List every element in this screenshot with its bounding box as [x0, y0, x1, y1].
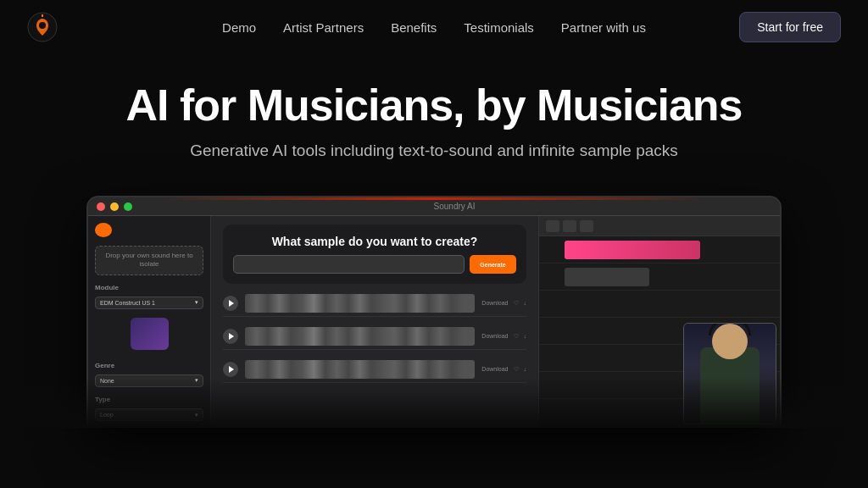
daw-track-2 [539, 263, 780, 291]
nav-testimonials[interactable]: Testimonials [464, 20, 534, 35]
module-value: EDM Construct US 1 [100, 300, 155, 306]
sample-actions-2: Download ♡ ↓ [481, 333, 526, 340]
save-icon-1[interactable]: ↓ [524, 300, 527, 307]
type-select[interactable]: Loop ▾ [95, 408, 203, 421]
window-maximize-dot [124, 202, 132, 211]
play-button-1[interactable] [223, 296, 238, 311]
like-icon-1[interactable]: ♡ [514, 300, 519, 307]
person-headphones [709, 323, 751, 336]
like-icon-3[interactable]: ♡ [514, 366, 519, 373]
nav-artist-partners[interactable]: Artist Partners [283, 20, 364, 35]
window-title: Soundry AI [434, 202, 476, 211]
app-sidebar: Drop your own sound here to isolate Modu… [88, 216, 211, 428]
sample-row-1: Download ♡ ↓ [223, 291, 526, 317]
drop-zone[interactable]: Drop your own sound here to isolate [95, 246, 203, 275]
save-icon-2[interactable]: ↓ [524, 333, 527, 340]
person-silhouette [684, 324, 776, 424]
genre-select[interactable]: None ▾ [95, 374, 203, 387]
laptop-frame: Soundry AI Drop your own sound here to i… [86, 196, 782, 428]
download-label-1[interactable]: Download [481, 300, 508, 307]
save-icon-3[interactable]: ↓ [524, 366, 527, 373]
daw-track-3 [539, 291, 780, 318]
hero-subheadline: Generative AI tools including text-to-so… [17, 141, 851, 160]
window-close-dot [97, 202, 105, 211]
window-minimize-dot [110, 202, 119, 211]
type-value: Loop [100, 412, 114, 418]
module-label: Module [95, 284, 203, 291]
genre-label: Genre [95, 362, 203, 369]
type-label: Type [95, 396, 203, 403]
sample-row-2: Download ♡ ↓ [223, 324, 526, 350]
app-content-area: Drop your own sound here to isolate Modu… [88, 216, 780, 428]
waveform-2 [245, 327, 475, 346]
play-button-3[interactable] [223, 362, 238, 377]
svg-point-1 [39, 22, 46, 29]
generate-button[interactable]: Generate [470, 255, 516, 274]
play-button-2[interactable] [223, 329, 238, 344]
prompt-title: What sample do you want to create? [233, 235, 516, 248]
sample-row-3: Download ♡ ↓ [223, 357, 526, 383]
hero-headline: AI for Musicians, by Musicians [17, 81, 851, 130]
chevron-down-icon-2: ▾ [195, 377, 198, 384]
prompt-section: What sample do you want to create? Gener… [223, 225, 526, 284]
chevron-down-icon: ▾ [195, 299, 198, 306]
daw-clip-pink[interactable] [565, 241, 700, 259]
app-mockup: Soundry AI Drop your own sound here to i… [0, 196, 868, 428]
waveform-3 [245, 360, 475, 379]
webcam-overlay [683, 323, 776, 424]
start-for-free-button[interactable]: Start for free [739, 12, 841, 42]
app-center-panel: What sample do you want to create? Gener… [211, 216, 538, 428]
daw-toolbar [539, 216, 780, 236]
daw-play-btn[interactable] [546, 220, 559, 232]
nav-demo[interactable]: Demo [222, 20, 256, 35]
logo-icon [27, 12, 58, 42]
logo[interactable] [27, 12, 58, 42]
generate-label: Generate [480, 262, 505, 268]
daw-stop-btn[interactable] [563, 220, 576, 232]
module-thumbnail [131, 318, 169, 350]
sidebar-logo-icon [95, 223, 112, 237]
site-header: Demo Artist Partners Benefits Testimonia… [0, 0, 868, 54]
like-icon-2[interactable]: ♡ [514, 333, 519, 340]
daw-main-area [539, 236, 780, 428]
daw-record-btn[interactable] [580, 220, 593, 232]
prompt-input-row: Generate [233, 255, 516, 274]
daw-tracks [539, 236, 780, 428]
module-select[interactable]: EDM Construct US 1 ▾ [95, 297, 203, 309]
daw-panel [538, 216, 780, 428]
waveform-1 [245, 294, 475, 313]
prompt-text-input[interactable] [233, 255, 465, 274]
nav-partner-with-us[interactable]: Partner with us [561, 20, 646, 35]
hero-section: AI for Musicians, by Musicians Generativ… [0, 54, 868, 177]
nav-benefits[interactable]: Benefits [391, 20, 437, 35]
sample-actions-3: Download ♡ ↓ [481, 366, 526, 373]
sample-actions-1: Download ♡ ↓ [481, 300, 526, 307]
daw-track-1 [539, 236, 780, 263]
download-label-2[interactable]: Download [481, 333, 508, 340]
window-titlebar: Soundry AI [88, 197, 780, 216]
person-body [700, 347, 760, 424]
main-nav: Demo Artist Partners Benefits Testimonia… [222, 20, 646, 35]
download-label-3[interactable]: Download [481, 366, 508, 373]
daw-clip-gray-1[interactable] [565, 268, 649, 286]
genre-value: None [100, 378, 114, 384]
chevron-down-icon-3: ▾ [195, 412, 198, 419]
